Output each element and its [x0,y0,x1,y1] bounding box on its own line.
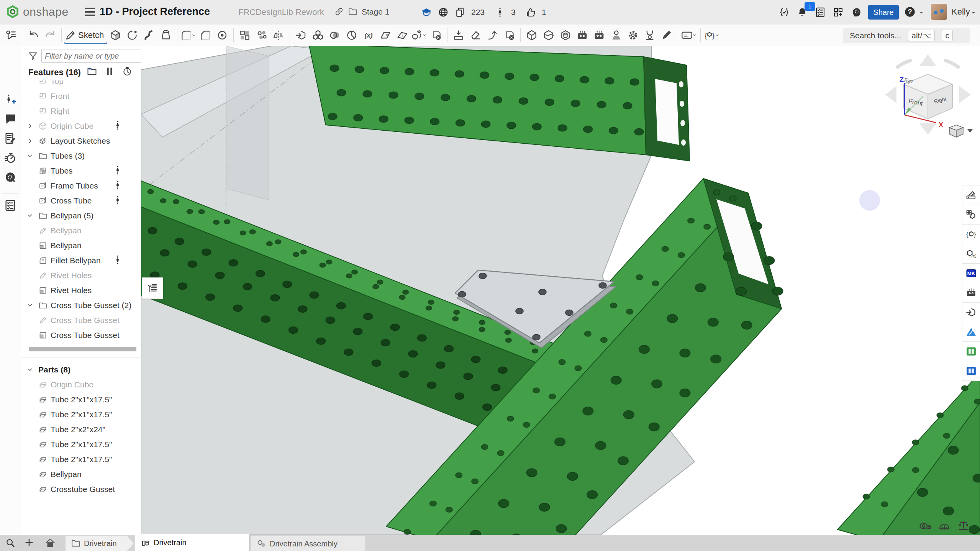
variables-panel-button[interactable]: (x) [962,244,980,263]
marker-pen-tool[interactable] [658,26,675,44]
transform-tool[interactable] [411,26,428,44]
share-link-icon[interactable] [334,7,346,18]
tree-chevron-down-icon[interactable] [25,151,34,161]
linear-pattern-tool[interactable] [236,26,253,44]
feature-row[interactable]: Cross Tube Gusset [21,313,141,328]
part-row[interactable]: Origin Cube [21,377,141,392]
filter-input[interactable] [41,49,142,63]
folder-location-label[interactable]: Stage 1 [362,7,389,16]
surface-tool[interactable] [394,26,411,44]
feature-row[interactable]: Rivet Holes [21,283,141,298]
move-face-tool[interactable] [467,26,484,44]
feature-config-handle-icon[interactable] [113,165,122,177]
rollback-history-icon[interactable] [122,66,133,77]
view-cube[interactable]: TopFrontRightZX [885,54,973,137]
classroom-icon[interactable] [421,7,432,18]
document-title[interactable]: 1D - Project Reference [100,6,210,18]
feature-row[interactable]: Front [21,89,141,103]
tree-horizontal-scrollbar[interactable] [29,347,136,351]
part-row[interactable]: Crosstube Gusset [21,482,141,497]
tab-drivetrain[interactable]: Drivetrain [66,536,134,551]
tree-chevron-right-icon[interactable] [25,136,34,146]
alliance-panel-button[interactable] [962,322,980,342]
tree-chevron-down-icon[interactable] [25,301,34,310]
versions-count-icon[interactable] [494,7,506,18]
hole-cylinder-tool[interactable] [557,26,574,44]
hole-tool[interactable] [214,26,231,44]
library-blue-panel-button[interactable] [962,361,980,380]
suppress-rollback-icon[interactable] [104,66,116,77]
tab-search-button[interactable] [5,537,17,549]
feature-config-handle-icon[interactable] [113,255,122,266]
undo-tool[interactable] [25,26,42,44]
user-menu-caret-icon[interactable] [970,9,977,16]
variable-tool[interactable]: (x) [360,26,377,44]
user-name[interactable]: Kelly [952,7,970,17]
feature-row[interactable]: Right [21,103,141,118]
feature-row[interactable]: Cross Tube [21,193,141,208]
delete-part-tool[interactable] [428,26,444,44]
split-tool[interactable] [540,26,557,44]
measure-tape-button[interactable] [919,519,932,532]
section-tool[interactable] [343,26,360,44]
mass-properties-button[interactable] [957,519,970,532]
redo-tool[interactable] [42,26,59,44]
configurations-panel-button[interactable] [962,205,980,225]
share-button[interactable]: Share [868,5,899,20]
feature-row[interactable]: Tubes [21,163,141,178]
named-views-tool[interactable]: HELLO [681,26,698,44]
search-tools-box[interactable]: Search tools... alt/⌥ c [843,28,970,43]
feature-row[interactable]: Bellypan (5) [21,208,141,223]
feature-row[interactable]: Top [21,80,141,89]
public-globe-icon[interactable] [438,7,449,18]
appearance-panel-button[interactable] [962,185,980,205]
insert-version-icon[interactable] [4,93,18,107]
replace-face-tool[interactable] [484,26,501,44]
named-views-chevron-icon[interactable] [692,32,698,38]
library-green-panel-button[interactable] [962,342,980,361]
tree-chevron-right-icon[interactable] [25,121,34,131]
fillet-chevron-icon[interactable] [191,32,197,38]
main-menu-button[interactable] [85,8,95,17]
sweep-tool[interactable] [141,26,157,44]
part-row[interactable]: Tube 2"x2"x24" [21,422,141,437]
parts-header-row[interactable]: Parts (8) [21,362,141,377]
loft-tool[interactable] [157,26,174,44]
feature-list-toggle[interactable] [2,26,19,44]
feedback-icon[interactable] [4,171,18,185]
mkcad-panel-button[interactable]: MK [962,264,980,283]
custom-features-chevron-icon[interactable] [714,32,720,38]
task-list-icon[interactable] [814,7,826,18]
graphics-viewport[interactable]: TopFrontRightZX [141,46,980,535]
feature-row[interactable]: Cross Tube Gusset [21,328,141,343]
part-row[interactable]: Tube 2"x1"x17.5" [21,407,141,422]
likes-count-icon[interactable] [525,7,536,18]
circular-pattern-tool[interactable] [253,26,270,44]
frc-feature-1-tool[interactable] [574,26,591,44]
feature-row[interactable]: Tubes (3) [21,148,141,163]
feature-row[interactable]: Fillet Bellypan [21,253,141,268]
view-settings-button[interactable] [949,125,973,137]
tab-drivetrain-assembly[interactable]: Drivetrain Assembly [251,536,365,551]
copies-count-icon[interactable] [454,7,466,18]
tree-chevron-down-icon[interactable] [25,365,34,374]
feature-config-handle-icon[interactable] [113,180,122,192]
custom-features-tool[interactable]: {} [703,26,720,44]
mirror-tool[interactable] [270,26,287,44]
delete-face-tool[interactable] [501,26,518,44]
custom-tables-panel-button[interactable]: {} [962,225,980,244]
action-items-icon[interactable] [4,199,18,213]
extrude-tool[interactable] [107,26,124,44]
performance-icon[interactable] [4,151,18,165]
onshape-logo-icon[interactable] [5,5,20,20]
tube-gusset-tool-tool[interactable] [641,26,658,44]
plane-tool[interactable] [377,26,394,44]
help-button[interactable]: ? [903,5,916,18]
chamfer-tool[interactable] [197,26,214,44]
comments-icon[interactable] [4,112,18,126]
feature-row[interactable]: Rivet Holes [21,268,141,283]
feature-row[interactable]: Cross Tube Gusset (2) [21,298,141,313]
measure-angle-button[interactable] [938,519,951,532]
tab-drivetrain-active[interactable]: Drivetrain [135,534,250,551]
app-store-icon[interactable] [833,7,844,18]
